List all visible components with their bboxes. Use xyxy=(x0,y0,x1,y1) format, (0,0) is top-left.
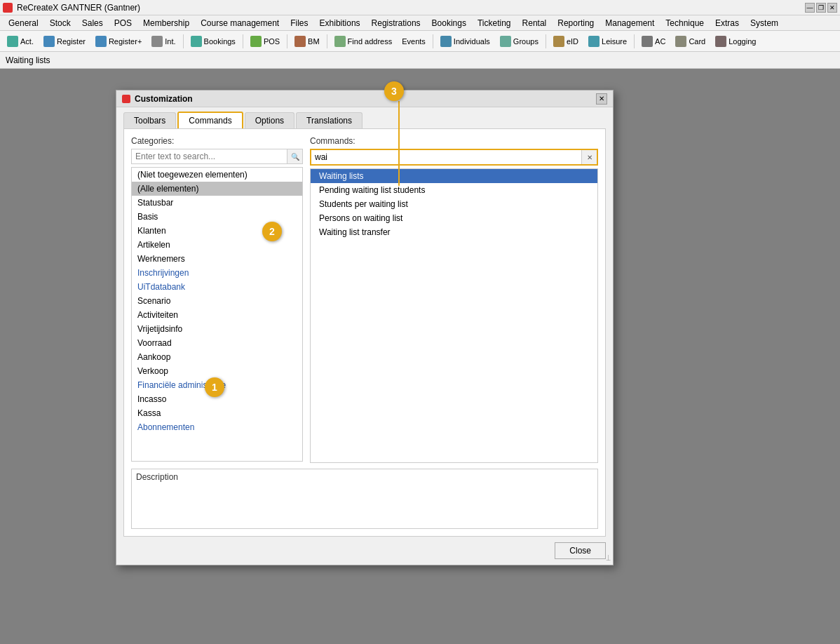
tab-commands[interactable]: Commands xyxy=(177,112,243,128)
toolbar-groups[interactable]: Groups xyxy=(496,34,543,49)
toolbar-ac[interactable]: AC xyxy=(637,34,670,49)
toolbar-sep6 xyxy=(546,34,546,48)
list-item[interactable]: Verkoop xyxy=(132,364,302,378)
app-logo xyxy=(3,3,13,13)
find-address-label: Find address xyxy=(348,37,393,46)
menu-reporting[interactable]: Reporting xyxy=(552,17,599,29)
toolbar-events[interactable]: Events xyxy=(398,35,430,48)
dialog-title-text: Customization xyxy=(135,94,193,104)
dialog-close-icon[interactable]: ✕ xyxy=(596,93,607,105)
restore-button[interactable]: ❐ xyxy=(816,3,826,13)
breadcrumb-text: Waiting lists xyxy=(6,55,50,65)
list-item[interactable]: Voorraad xyxy=(132,336,302,350)
main-area: 3 Customization ✕ Toolbars Commands Opti… xyxy=(0,69,840,644)
list-item[interactable]: UiTdatabank xyxy=(132,280,302,294)
menu-exhibitions[interactable]: Exhibitions xyxy=(314,17,366,29)
commands-list[interactable]: Waiting lists Pending waiting list stude… xyxy=(310,168,598,463)
close-dialog-button[interactable]: Close xyxy=(555,542,606,559)
menu-general[interactable]: General xyxy=(3,17,44,29)
description-body xyxy=(136,483,593,525)
list-item[interactable]: Werknemers xyxy=(132,252,302,266)
toolbar-card[interactable]: Card xyxy=(671,34,710,49)
toolbar-int[interactable]: Int. xyxy=(147,34,179,49)
command-item[interactable]: Waiting lists xyxy=(311,169,597,183)
menu-sales[interactable]: Sales xyxy=(76,17,109,29)
commands-label: Commands: xyxy=(310,136,598,146)
list-item[interactable]: Scenario xyxy=(132,294,302,308)
tab-translations[interactable]: Translations xyxy=(296,112,363,128)
command-item[interactable]: Students per waiting list xyxy=(311,197,597,211)
menu-technique[interactable]: Technique xyxy=(660,17,710,29)
close-button[interactable]: ✕ xyxy=(827,3,837,13)
ac-icon xyxy=(642,36,653,47)
description-label: Description xyxy=(136,472,593,482)
toolbar-pos[interactable]: POS xyxy=(246,34,284,49)
individuals-label: Individuals xyxy=(454,37,490,46)
menu-bookings[interactable]: Bookings xyxy=(426,17,472,29)
list-item[interactable]: Inschrijvingen xyxy=(132,266,302,280)
toolbar-act[interactable]: Act. xyxy=(3,34,38,49)
leisure-icon xyxy=(588,36,599,47)
menu-files[interactable]: Files xyxy=(285,17,313,29)
list-item[interactable]: Statusbar xyxy=(132,196,302,210)
menu-stock[interactable]: Stock xyxy=(44,17,76,29)
toolbar-eid[interactable]: eID xyxy=(549,34,583,49)
categories-search-button[interactable]: 🔍 xyxy=(287,149,302,163)
list-item[interactable]: (Niet toegewezen elementen) xyxy=(132,168,302,182)
eid-icon xyxy=(553,36,564,47)
toolbar-sep2 xyxy=(243,34,243,48)
commands-search-input[interactable] xyxy=(311,150,581,164)
list-item[interactable]: Kassa xyxy=(132,406,302,420)
dialog-title-bar: Customization ✕ xyxy=(116,90,613,107)
list-item[interactable]: (Alle elementen) xyxy=(132,182,302,196)
menu-registrations[interactable]: Registrations xyxy=(366,17,426,29)
svg-marker-1 xyxy=(398,180,400,187)
menu-ticketing[interactable]: Ticketing xyxy=(472,17,517,29)
eid-label: eID xyxy=(567,37,578,46)
pos-label: POS xyxy=(264,37,280,46)
toolbar-bookings[interactable]: Bookings xyxy=(187,34,240,49)
menu-membership[interactable]: Membership xyxy=(137,17,195,29)
menu-rental[interactable]: Rental xyxy=(517,17,553,29)
dialog-body: Categories: 🔍 (Niet toegewezen elementen… xyxy=(123,128,606,537)
toolbar-bm[interactable]: BM xyxy=(290,34,324,49)
command-item[interactable]: Persons on waiting list xyxy=(311,211,597,225)
categories-search-input[interactable] xyxy=(132,149,287,163)
toolbar-register-plus[interactable]: Register+ xyxy=(91,34,146,49)
toolbar-register[interactable]: Register xyxy=(39,34,90,49)
title-bar: ReCreateX GANTNER (Gantner) — ❐ ✕ xyxy=(0,0,840,15)
menu-extras[interactable]: Extras xyxy=(710,17,745,29)
groups-label: Groups xyxy=(513,37,538,46)
toolbar-logging[interactable]: Logging xyxy=(711,34,760,49)
bookings-icon xyxy=(191,36,202,47)
int-icon xyxy=(151,36,163,47)
list-item[interactable]: Aankoop xyxy=(132,350,302,364)
toolbar-find-address[interactable]: Find address xyxy=(330,34,397,49)
list-item[interactable]: Activiteiten xyxy=(132,308,302,322)
categories-column: Categories: 🔍 (Niet toegewezen elementen… xyxy=(131,136,303,463)
description-section: Description xyxy=(131,469,598,529)
toolbar-leisure[interactable]: Leisure xyxy=(584,34,631,49)
menu-management[interactable]: Management xyxy=(599,17,660,29)
breadcrumb: Waiting lists xyxy=(0,52,840,69)
tab-toolbars[interactable]: Toolbars xyxy=(123,112,176,128)
menu-pos[interactable]: POS xyxy=(109,17,137,29)
minimize-button[interactable]: — xyxy=(805,3,815,13)
toolbar-individuals[interactable]: Individuals xyxy=(436,34,494,49)
groups-icon xyxy=(500,36,511,47)
two-column-layout: Categories: 🔍 (Niet toegewezen elementen… xyxy=(131,136,598,463)
logging-label: Logging xyxy=(729,37,756,46)
list-item[interactable]: Vrijetijdsinfo xyxy=(132,322,302,336)
command-item[interactable]: Pending waiting list students xyxy=(311,183,597,197)
tab-options[interactable]: Options xyxy=(245,112,294,128)
card-icon xyxy=(675,36,686,47)
events-label: Events xyxy=(402,37,426,46)
command-item[interactable]: Waiting list transfer xyxy=(311,225,597,239)
list-item[interactable]: Basis xyxy=(132,210,302,224)
menu-course[interactable]: Course management xyxy=(195,17,285,29)
categories-list[interactable]: (Niet toegewezen elementen) (Alle elemen… xyxy=(131,167,303,462)
list-item[interactable]: Abonnementen xyxy=(132,420,302,434)
commands-clear-button[interactable]: ✕ xyxy=(581,150,597,164)
resize-handle[interactable]: ⟘ xyxy=(606,554,611,563)
menu-system[interactable]: System xyxy=(745,17,784,29)
